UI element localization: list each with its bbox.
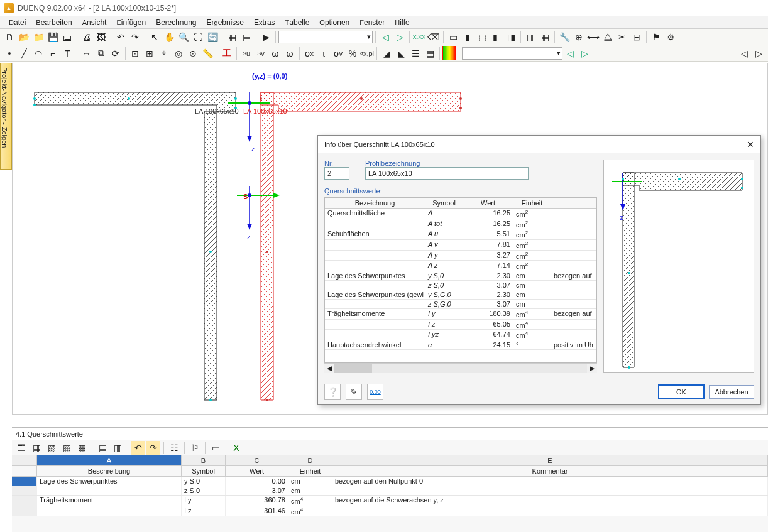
table-row[interactable]: z S,03.07cm (12, 486, 768, 496)
gear-icon[interactable]: ⚙ (664, 30, 677, 44)
table-row[interactable]: SchubflächenA u5.51cm2 (325, 229, 596, 240)
snap2-icon[interactable]: ⊞ (143, 46, 156, 60)
table-row[interactable]: z S,G,03.07cm (325, 300, 596, 309)
snap1-icon[interactable]: ⊡ (128, 46, 142, 60)
result-combo[interactable]: ▾ (462, 47, 562, 60)
arc-icon[interactable]: ◠ (31, 46, 45, 60)
menu-einfuegen[interactable]: Einfügen (111, 18, 151, 27)
redo-icon[interactable]: ↷ (128, 30, 142, 44)
sig1-icon[interactable]: σx (302, 46, 316, 60)
bt5-icon[interactable]: ▩ (75, 441, 89, 455)
g1-icon[interactable]: ▭ (446, 30, 460, 44)
excel-icon[interactable]: X (229, 441, 243, 455)
snap4-icon[interactable]: ◎ (172, 46, 185, 60)
xxx-icon[interactable]: X.XX (412, 30, 426, 44)
menu-berechnung[interactable]: Berechnung (151, 18, 201, 27)
new-icon[interactable]: 🗋 (3, 30, 16, 44)
sv-icon[interactable]: Sv (254, 46, 268, 60)
tau-icon[interactable]: τ (317, 46, 331, 60)
zoomfit-icon[interactable]: ⛶ (191, 30, 205, 44)
units-icon[interactable]: 0.00 (367, 384, 383, 400)
calc-icon[interactable]: ▶ (259, 30, 273, 44)
menu-tabelle[interactable]: Tabelle (280, 18, 315, 27)
close-icon[interactable]: ✕ (747, 139, 754, 149)
bt7-icon[interactable]: ▥ (111, 441, 124, 455)
table-row[interactable]: Lage des Schwerpunktesy S,02.30cmbezogen… (325, 271, 596, 281)
navnext-icon[interactable]: ▷ (752, 46, 765, 60)
bt3-icon[interactable]: ▧ (45, 441, 58, 455)
open2-icon[interactable]: 📁 (31, 30, 45, 44)
bt11-icon[interactable]: ⚐ (188, 441, 202, 455)
next-icon[interactable]: ▷ (393, 30, 407, 44)
mirror-icon[interactable]: ⧋ (601, 30, 615, 44)
bt2-icon[interactable]: ▦ (30, 441, 43, 455)
cancel-button[interactable]: Abbrechen (709, 385, 754, 399)
legend-icon[interactable] (442, 46, 456, 60)
print-icon[interactable]: 🖨 (80, 30, 94, 44)
profil-input[interactable] (365, 167, 529, 180)
undo-icon[interactable]: ↶ (114, 30, 128, 44)
rnext-icon[interactable]: ▷ (578, 46, 591, 60)
window-icon[interactable]: ▦ (225, 30, 239, 44)
navprev-icon[interactable]: ◁ (737, 46, 751, 60)
bt9-icon[interactable]: ↷ (146, 441, 160, 455)
side-tab-navigator[interactable]: Projekt-Navigator - Zeigen (0, 63, 12, 170)
prev-icon[interactable]: ◁ (378, 30, 392, 44)
table-row[interactable]: A y3.27cm2 (325, 251, 596, 261)
om1-icon[interactable]: ω (268, 46, 282, 60)
table-row[interactable]: I z65.05cm4 (325, 320, 596, 330)
bt4-icon[interactable]: ▨ (60, 441, 74, 455)
table-row[interactable]: I z301.46cm4 (12, 506, 768, 517)
clear-icon[interactable]: ⌫ (427, 30, 441, 44)
table-row[interactable]: A v7.81cm2 (325, 240, 596, 251)
edit-icon[interactable]: ✎ (346, 384, 362, 400)
tool1-icon[interactable]: 🔧 (557, 30, 571, 44)
tool2-icon[interactable]: ⊕ (572, 30, 586, 44)
table-row[interactable]: QuerschnittsflächeA16.25cm2 (325, 209, 596, 219)
g5-icon[interactable]: ◨ (504, 30, 518, 44)
cascade-icon[interactable]: ▤ (239, 30, 253, 44)
bt6-icon[interactable]: ▤ (96, 441, 109, 455)
doc-icon[interactable]: ☰ (409, 46, 422, 60)
cursor-icon[interactable]: ↖ (148, 30, 162, 44)
meas-icon[interactable]: 📏 (200, 46, 214, 60)
g3-icon[interactable]: ⬚ (475, 30, 489, 44)
menu-bearbeiten[interactable]: Bearbeiten (31, 18, 77, 27)
zoom-icon[interactable]: 🔍 (177, 30, 190, 44)
rprev-icon[interactable]: ◁ (563, 46, 577, 60)
table-row[interactable]: Lage des Schwerpunktes (gewiy S,G,02.30c… (325, 290, 596, 300)
g2-icon[interactable]: ▮ (461, 30, 475, 44)
saveall-icon[interactable]: 🖴 (60, 30, 74, 44)
bt12-icon[interactable]: ▭ (209, 441, 222, 455)
snap3-icon[interactable]: ⌖ (157, 46, 171, 60)
pct-icon[interactable]: % (346, 46, 359, 60)
hscrollbar[interactable]: ◀▶ (324, 363, 597, 373)
m1-icon[interactable]: ▥ (524, 30, 537, 44)
t-icon[interactable]: T (60, 46, 74, 60)
menu-extras[interactable]: Extras (249, 18, 280, 27)
table-row[interactable]: z S,03.07cm (325, 281, 596, 290)
table-row[interactable]: A tot16.25cm2 (325, 219, 596, 230)
open-icon[interactable]: 📂 (17, 30, 31, 44)
copy-icon[interactable]: ⧉ (94, 46, 108, 60)
table-row[interactable]: I yz-64.74cm4 (325, 330, 596, 340)
poly-icon[interactable]: ⌐ (46, 46, 60, 60)
menu-fenster[interactable]: Fenster (354, 18, 390, 27)
dialog-title-bar[interactable]: Info über Querschnitt LA 100x65x10 ✕ (318, 136, 760, 153)
om2-icon[interactable]: ω (283, 46, 297, 60)
loadcase-combo[interactable]: ▾ (278, 31, 373, 43)
table-row[interactable]: A z7.14cm2 (325, 261, 596, 271)
gr2-icon[interactable]: ◣ (394, 46, 408, 60)
bt10-icon[interactable]: ☷ (167, 441, 181, 455)
su-icon[interactable]: Su (239, 46, 253, 60)
menu-ergebnisse[interactable]: Ergebnisse (202, 18, 250, 27)
dim-icon[interactable]: ⟷ (586, 30, 600, 44)
menu-optionen[interactable]: Optionen (314, 18, 354, 27)
bt1-icon[interactable]: 🗔 (14, 441, 28, 455)
menu-hilfe[interactable]: Hilfe (390, 18, 414, 27)
bt8-icon[interactable]: ↶ (131, 441, 145, 455)
rotate-icon[interactable]: ⟳ (109, 46, 123, 60)
sigpl-icon[interactable]: σx,pl (360, 46, 374, 60)
preview-icon[interactable]: 🖼 (94, 30, 108, 44)
hand-icon[interactable]: ✋ (162, 30, 176, 44)
